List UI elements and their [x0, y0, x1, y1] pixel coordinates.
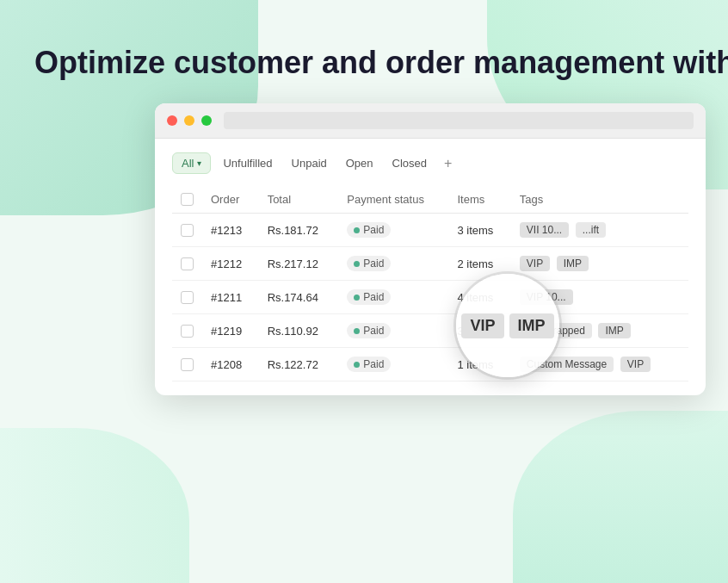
payment-status-cell: Paid — [338, 214, 448, 247]
tab-unfulfilled[interactable]: Unfulfilled — [216, 153, 279, 173]
zoom-tag-vip: VIP — [461, 313, 503, 338]
table-row: #1213 Rs.181.72 Paid 3 items VII 10... .… — [172, 214, 688, 247]
order-total: Rs.174.64 — [259, 281, 339, 314]
browser-window: All ▾ Unfulfilled Unpaid Open Closed + O… — [155, 103, 706, 395]
paid-label: Paid — [363, 325, 384, 337]
row-checkbox-cell — [172, 314, 202, 348]
zoom-magnifier: VIP IMP — [456, 274, 559, 377]
order-number[interactable]: #1213 — [202, 214, 259, 247]
filter-tabs: All ▾ Unfulfilled Unpaid Open Closed + — [172, 152, 688, 174]
tags-cell: VIP IMP — [511, 247, 688, 281]
table-row: #1208 Rs.122.72 Paid 1 items Custom Mess… — [172, 348, 688, 381]
table-row: #1219 Rs.110.92 Paid 3 items Gift wrappe… — [172, 314, 688, 348]
background-blob-bl — [0, 428, 189, 583]
paid-label: Paid — [363, 291, 384, 303]
order-number[interactable]: #1219 — [202, 314, 259, 348]
row-checkbox-cell — [172, 281, 202, 314]
traffic-light-red[interactable] — [167, 115, 177, 126]
items-count: 3 items — [448, 214, 510, 247]
order-total: Rs.217.12 — [259, 247, 339, 281]
row-checkbox[interactable] — [181, 325, 194, 338]
tab-unpaid[interactable]: Unpaid — [285, 153, 334, 173]
paid-dot-icon — [354, 295, 360, 301]
row-checkbox[interactable] — [181, 358, 194, 371]
payment-status-cell: Paid — [338, 348, 448, 381]
orders-table: Order Total Payment status Items Tags #1… — [172, 186, 688, 381]
tag-gift[interactable]: ...ift — [576, 222, 606, 238]
tag-vip[interactable]: VIP — [520, 256, 550, 271]
tab-open[interactable]: Open — [339, 153, 380, 173]
tag-vip[interactable]: VII 10... — [520, 222, 569, 238]
paid-badge: Paid — [347, 289, 391, 305]
background-blob-br — [513, 411, 728, 583]
th-tags: Tags — [511, 186, 688, 214]
payment-status-cell: Paid — [338, 247, 448, 281]
chevron-down-icon: ▾ — [197, 158, 201, 168]
row-checkbox[interactable] — [181, 291, 194, 304]
paid-dot-icon — [354, 328, 360, 334]
paid-badge: Paid — [347, 256, 391, 271]
paid-label: Paid — [363, 224, 384, 236]
order-number[interactable]: #1212 — [202, 247, 259, 281]
th-payment-status: Payment status — [338, 186, 448, 214]
th-total: Total — [259, 186, 339, 214]
order-number[interactable]: #1211 — [202, 281, 259, 314]
add-filter-button[interactable]: + — [439, 154, 457, 173]
row-checkbox[interactable] — [181, 257, 194, 270]
row-checkbox[interactable] — [181, 224, 194, 237]
tags-cell: VII 10... ...ift — [511, 214, 688, 247]
th-checkbox — [172, 186, 202, 214]
payment-status-cell: Paid — [338, 281, 448, 314]
order-total: Rs.181.72 — [259, 214, 339, 247]
paid-dot-icon — [354, 362, 360, 368]
paid-dot-icon — [354, 261, 360, 267]
table-row: #1212 Rs.217.12 Paid 2 items VIP IMP — [172, 247, 688, 281]
paid-label: Paid — [363, 257, 384, 270]
select-all-checkbox[interactable] — [181, 193, 194, 206]
th-items: Items — [448, 186, 510, 214]
paid-badge: Paid — [347, 222, 391, 238]
th-order: Order — [202, 186, 259, 214]
paid-dot-icon — [354, 227, 360, 233]
tag-imp[interactable]: IMP — [557, 256, 589, 271]
table-header-row: Order Total Payment status Items Tags — [172, 186, 688, 214]
order-number[interactable]: #1208 — [202, 348, 259, 381]
order-total: Rs.110.92 — [259, 314, 339, 348]
orders-area: All ▾ Unfulfilled Unpaid Open Closed + O… — [155, 139, 706, 395]
page-title: Optimize customer and order management w… — [34, 45, 728, 81]
tag-imp[interactable]: IMP — [598, 323, 630, 338]
row-checkbox-cell — [172, 247, 202, 281]
tab-all-label: All — [182, 157, 194, 170]
tag-vip[interactable]: VIP — [620, 357, 651, 372]
tab-all[interactable]: All ▾ — [172, 152, 211, 174]
row-checkbox-cell — [172, 348, 202, 381]
table-row: #1211 Rs.174.64 Paid 4 items VIP 10... — [172, 281, 688, 314]
address-bar[interactable] — [224, 112, 694, 129]
paid-badge: Paid — [347, 357, 391, 372]
browser-titlebar — [155, 103, 706, 139]
paid-label: Paid — [363, 358, 384, 370]
traffic-light-yellow[interactable] — [184, 115, 194, 126]
tab-closed[interactable]: Closed — [386, 153, 434, 173]
zoom-tag-imp: IMP — [509, 313, 554, 338]
payment-status-cell: Paid — [338, 314, 448, 348]
order-total: Rs.122.72 — [259, 348, 339, 381]
row-checkbox-cell — [172, 214, 202, 247]
paid-badge: Paid — [347, 323, 391, 338]
traffic-light-green[interactable] — [201, 115, 212, 126]
